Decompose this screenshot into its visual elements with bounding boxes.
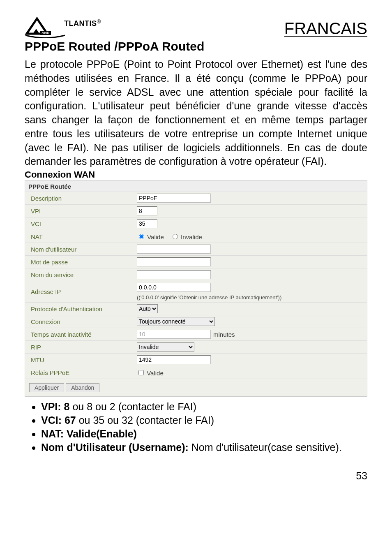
page-title: PPPoE Routed /PPPoA Routed: [25, 39, 367, 53]
input-mtu[interactable]: [137, 355, 211, 364]
radio-nat-invalide-wrap[interactable]: Invalide: [171, 233, 202, 240]
list-item: NAT: Valide(Enable): [41, 428, 367, 440]
apply-button[interactable]: Appliquer: [29, 383, 64, 392]
wan-panel: PPPoE Routée Description VPI VCI NAT Val…: [25, 180, 367, 397]
panel-subtitle: PPPoE Routée: [25, 180, 367, 192]
notes-list: VPI: 8 ou 8 ou 2 (contacter le FAI) VCI:…: [33, 401, 367, 453]
radio-nat-valide-wrap[interactable]: Valide: [137, 233, 164, 240]
input-idle: [137, 330, 211, 339]
input-description[interactable]: [137, 194, 211, 203]
checkbox-relay[interactable]: [138, 370, 144, 375]
input-username[interactable]: [137, 245, 211, 254]
radio-nat-invalide[interactable]: [173, 234, 178, 239]
label-connexion: Connexion: [25, 316, 134, 328]
checkbox-relay-wrap[interactable]: Valide: [137, 369, 164, 377]
brand-logo: TLANTIS® AND: [25, 16, 101, 38]
select-auth[interactable]: Auto: [137, 304, 158, 313]
radio-nat-valide[interactable]: [139, 234, 144, 239]
list-item: VPI: 8 ou 8 ou 2 (contacter le FAI): [41, 401, 367, 413]
label-rip: RIP: [25, 341, 134, 353]
radio-nat-valide-label: Valide: [147, 234, 164, 240]
input-vci[interactable]: [137, 219, 157, 228]
list-item: VCI: 67 ou 35 ou 32 (contacter le FAI): [41, 414, 367, 426]
wan-title: Connexion WAN: [25, 169, 367, 180]
label-auth: Protocole d'Authentication: [25, 303, 134, 315]
label-description: Description: [25, 192, 134, 204]
label-mtu: MTU: [25, 354, 134, 366]
page-number: 53: [25, 470, 367, 482]
input-ip[interactable]: [137, 283, 211, 292]
select-rip[interactable]: Invalide: [137, 342, 194, 352]
ip-hint: (('0.0.0.0' signifie 'Obtenir une adress…: [137, 294, 281, 301]
label-nat: NAT: [25, 231, 134, 243]
list-item: Nom d'Utilisateur (Username): Nom d'util…: [41, 442, 367, 453]
brand-text: TLANTIS: [64, 20, 97, 28]
label-password: Mot de passe: [25, 256, 134, 268]
select-connexion[interactable]: Toujours connecté: [137, 317, 215, 326]
label-vpi: VPI: [25, 205, 134, 217]
brand-reg: ®: [97, 18, 101, 25]
label-relay: Relais PPPoE: [25, 367, 134, 379]
label-vci: VCI: [25, 218, 134, 230]
radio-nat-invalide-label: Invalide: [181, 234, 202, 240]
input-password[interactable]: [137, 257, 211, 266]
input-vpi[interactable]: [137, 206, 157, 215]
brand-sub: AND: [40, 31, 51, 35]
label-service: Nom du service: [25, 269, 134, 281]
idle-unit: minutes: [213, 331, 235, 338]
label-idle: Temps avant inactivité: [25, 328, 134, 340]
label-username: Nom d'utilisateur: [25, 243, 134, 255]
cancel-button[interactable]: Abandon: [66, 383, 99, 392]
input-service[interactable]: [137, 270, 211, 279]
intro-paragraph: Le protocole PPPoE (Point to Point Proto…: [25, 58, 367, 169]
checkbox-relay-label: Valide: [147, 370, 164, 377]
label-ip: Adresse IP: [25, 286, 134, 298]
language-tag: FRANCAIS: [284, 19, 367, 38]
